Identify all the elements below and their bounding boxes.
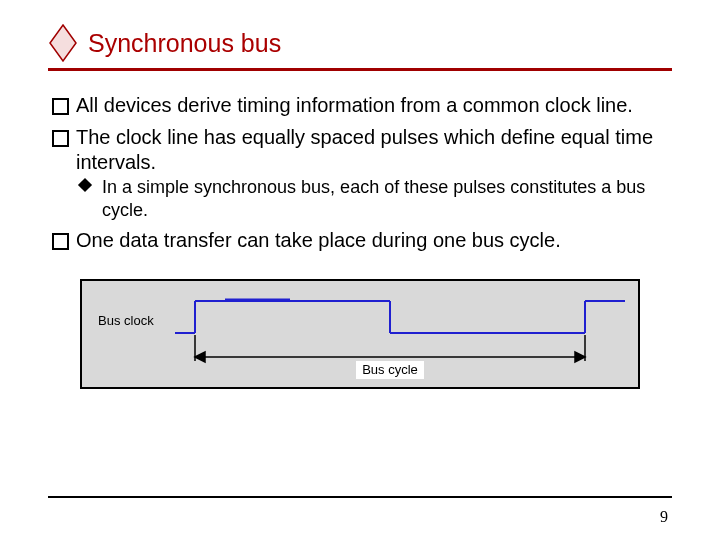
slide-title: Synchronous bus — [88, 29, 281, 58]
bus-cycle-label: Bus cycle — [362, 362, 418, 377]
page-number: 9 — [660, 508, 668, 526]
title-row: Synchronous bus — [48, 24, 672, 62]
bullet-3-text: One data transfer can take place during … — [76, 229, 561, 251]
bus-clock-svg: Bus clock — [80, 279, 640, 389]
bus-clock-label: Bus clock — [98, 313, 154, 328]
svg-marker-0 — [50, 25, 76, 61]
footer-rule — [48, 496, 672, 498]
bullet-2: The clock line has equally spaced pulses… — [48, 125, 672, 222]
timing-diagram: Bus clock — [80, 279, 640, 393]
bullet-content: All devices derive timing information fr… — [48, 93, 672, 253]
bullet-2a-text: In a simple synchronous bus, each of the… — [102, 177, 645, 220]
bullet-2-text: The clock line has equally spaced pulses… — [76, 126, 653, 174]
bullet-1: All devices derive timing information fr… — [48, 93, 672, 119]
title-underline — [48, 68, 672, 71]
diamond-icon — [48, 24, 78, 62]
slide: Synchronous bus All devices derive timin… — [0, 0, 720, 540]
bullet-1-text: All devices derive timing information fr… — [76, 94, 633, 116]
bullet-2a: In a simple synchronous bus, each of the… — [76, 176, 672, 222]
bullet-3: One data transfer can take place during … — [48, 228, 672, 254]
